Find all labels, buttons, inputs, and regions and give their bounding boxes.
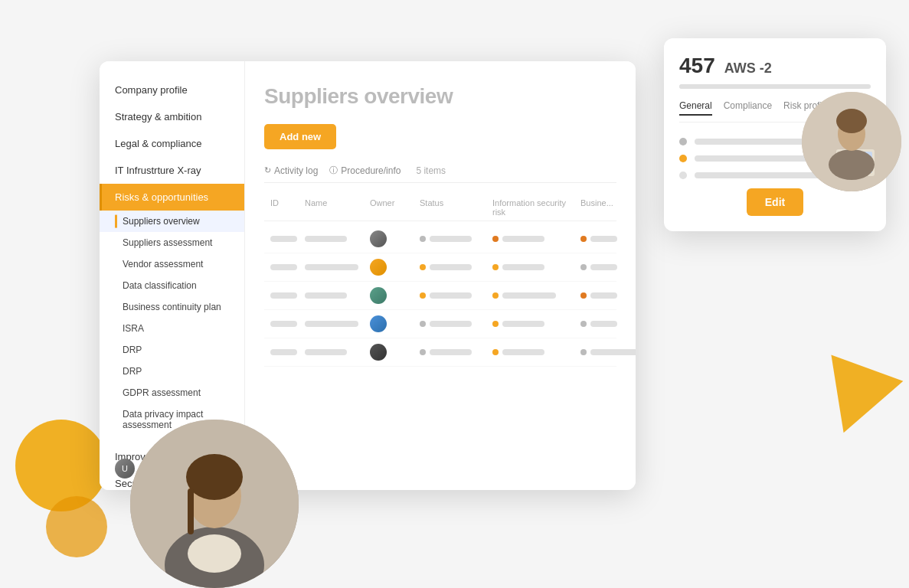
col-name: Name bbox=[305, 198, 366, 217]
sidebar-sub-item-vendor-assessment[interactable]: Vendor assessment bbox=[100, 253, 244, 275]
business-bar bbox=[590, 349, 636, 355]
items-count: 5 items bbox=[416, 165, 446, 176]
name-cell bbox=[305, 236, 347, 242]
sidebar-item-strategy-ambition[interactable]: Strategy & ambition bbox=[100, 103, 244, 130]
sidebar-sub-item-drp-1[interactable]: DRP bbox=[100, 339, 244, 361]
svg-rect-4 bbox=[188, 488, 194, 534]
id-cell bbox=[270, 264, 297, 270]
progress-bar bbox=[679, 84, 871, 89]
sidebar-sub-item-business-continuity[interactable]: Business continuity plan bbox=[100, 296, 244, 318]
sidebar-user-avatar: U bbox=[115, 459, 135, 479]
business-bar bbox=[590, 321, 617, 327]
right-tab-compliance[interactable]: Compliance bbox=[724, 100, 772, 116]
business-dot bbox=[580, 236, 587, 242]
risk-dot bbox=[492, 236, 499, 242]
status-cell bbox=[420, 349, 489, 355]
business-cell bbox=[580, 349, 636, 355]
risk-dot bbox=[492, 349, 499, 355]
sidebar-sub-item-suppliers-overview[interactable]: Suppliers overview bbox=[100, 211, 244, 232]
id-cell bbox=[270, 292, 297, 299]
id-cell bbox=[270, 349, 297, 355]
table-row[interactable] bbox=[264, 282, 616, 310]
info-risk-cell bbox=[492, 264, 577, 270]
table-row[interactable] bbox=[264, 253, 616, 282]
status-bar bbox=[430, 292, 472, 299]
status-cell bbox=[420, 321, 489, 327]
svg-point-9 bbox=[829, 149, 875, 180]
business-bar bbox=[590, 236, 617, 242]
owner-avatar bbox=[370, 344, 387, 361]
status-dot bbox=[420, 236, 426, 242]
status-bar bbox=[430, 236, 472, 242]
col-owner: Owner bbox=[370, 198, 416, 217]
business-bar bbox=[590, 292, 617, 299]
owner-avatar bbox=[370, 230, 387, 247]
info-risk-cell bbox=[492, 292, 577, 299]
status-cell bbox=[420, 236, 489, 242]
deco-circle-left bbox=[15, 420, 107, 511]
risk-bar bbox=[502, 321, 544, 327]
sidebar-sub-item-gdpr-assessment[interactable]: GDPR assessment bbox=[100, 382, 244, 403]
business-cell bbox=[580, 292, 636, 299]
svg-point-5 bbox=[188, 534, 241, 573]
add-new-button[interactable]: Add new bbox=[264, 124, 336, 149]
name-cell bbox=[305, 349, 347, 355]
tab-procedure-info-label: Procedure/info bbox=[341, 165, 401, 176]
svg-point-11 bbox=[836, 109, 867, 133]
status-dot bbox=[420, 292, 426, 299]
business-dot bbox=[580, 349, 587, 355]
table-header: ID Name Owner Status Information securit… bbox=[264, 194, 616, 221]
name-cell bbox=[305, 264, 358, 270]
business-cell bbox=[580, 264, 636, 270]
info-risk-cell bbox=[492, 236, 577, 242]
sidebar-item-legal-compliance[interactable]: Legal & compliance bbox=[100, 130, 244, 157]
table-row[interactable] bbox=[264, 310, 616, 338]
status-bar bbox=[430, 264, 472, 270]
row-dot-c bbox=[679, 172, 687, 179]
business-dot bbox=[580, 321, 587, 327]
right-tab-general[interactable]: General bbox=[679, 100, 712, 116]
status-bar bbox=[430, 349, 472, 355]
main-content-area: Suppliers overview Add new ↻ Activity lo… bbox=[245, 61, 636, 490]
status-dot bbox=[420, 264, 426, 270]
sidebar-sub-item-isra[interactable]: ISRA bbox=[100, 318, 244, 339]
table-row[interactable] bbox=[264, 225, 616, 253]
id-cell bbox=[270, 236, 297, 242]
status-dot bbox=[420, 349, 426, 355]
sidebar-item-company-profile[interactable]: Company profile bbox=[100, 77, 244, 103]
person-photo-top-right bbox=[802, 92, 901, 191]
edit-button[interactable]: Edit bbox=[747, 188, 803, 216]
activity-log-icon: ↻ bbox=[264, 165, 271, 175]
id-cell bbox=[270, 321, 297, 327]
sidebar-sub-item-drp-2[interactable]: DRP bbox=[100, 361, 244, 382]
sidebar-sub-item-data-classification[interactable]: Data classification bbox=[100, 275, 244, 296]
owner-avatar bbox=[370, 259, 387, 276]
sidebar-item-it-infrastructure[interactable]: IT Infrustrture X-ray bbox=[100, 157, 244, 184]
sidebar-sub-item-suppliers-assessment[interactable]: Suppliers assessment bbox=[100, 232, 244, 253]
business-cell bbox=[580, 321, 636, 327]
info-risk-cell bbox=[492, 321, 577, 327]
business-bar bbox=[590, 264, 617, 270]
tabs-bar: ↻ Activity log ⓘ Procedure/info 5 items bbox=[264, 165, 616, 183]
sidebar-item-risks-opportunities[interactable]: Risks & opportunities bbox=[100, 184, 244, 211]
owner-avatar bbox=[370, 287, 387, 304]
business-cell bbox=[580, 236, 636, 242]
deco-circle-bottom-left bbox=[46, 496, 107, 557]
status-dot bbox=[420, 321, 426, 327]
person-photo-bottom bbox=[130, 420, 299, 588]
col-business: Busine... bbox=[580, 198, 636, 217]
risk-bar bbox=[502, 236, 544, 242]
tab-activity-log-label: Activity log bbox=[274, 165, 318, 176]
metric-label: AWS -2 bbox=[724, 60, 772, 77]
tab-procedure-info[interactable]: ⓘ Procedure/info bbox=[329, 165, 401, 176]
name-cell bbox=[305, 292, 347, 299]
tab-activity-log[interactable]: ↻ Activity log bbox=[264, 165, 318, 176]
name-cell bbox=[305, 321, 358, 327]
status-bar bbox=[430, 321, 472, 327]
row-dot-b bbox=[679, 155, 687, 162]
right-card-header: 457 AWS -2 bbox=[679, 54, 871, 78]
page-title: Suppliers overview bbox=[264, 84, 616, 109]
table-row[interactable] bbox=[264, 338, 616, 367]
col-info-risk: Information security risk bbox=[492, 198, 577, 217]
metric-number: 457 bbox=[679, 54, 715, 78]
